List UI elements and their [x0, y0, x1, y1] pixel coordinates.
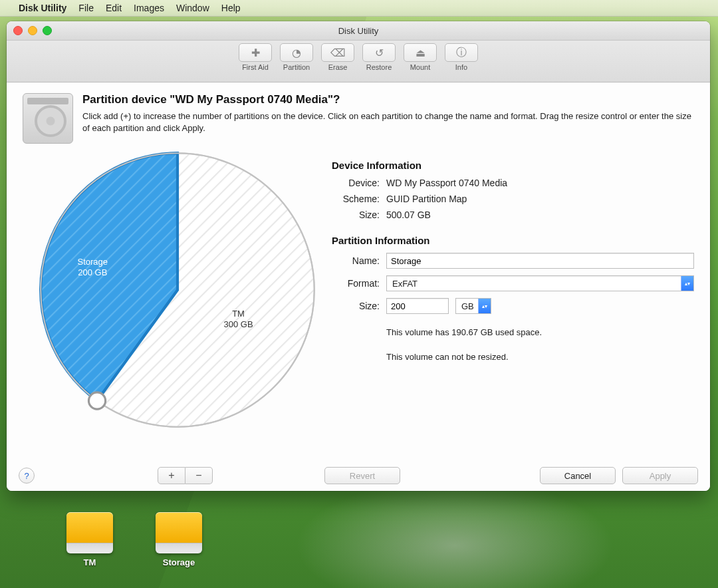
- info-icon: ⓘ: [456, 46, 467, 60]
- revert-button[interactable]: Revert: [324, 467, 400, 484]
- stethoscope-icon: ✚: [251, 47, 260, 59]
- dialog-heading: Partition device "WD My Passport 0740 Me…: [82, 93, 694, 106]
- apply-button[interactable]: Apply: [622, 467, 698, 484]
- device-size-value: 500.07 GB: [386, 210, 431, 220]
- partition-info-heading: Partition Information: [332, 235, 694, 246]
- pie-icon: ◔: [292, 47, 301, 59]
- toolbar-restore[interactable]: ↺ Restore: [360, 43, 398, 71]
- toolbar-first-aid[interactable]: ✚ First Aid: [237, 43, 274, 71]
- chevron-updown-icon: ▴▾: [478, 299, 491, 313]
- cancel-button[interactable]: Cancel: [540, 467, 616, 484]
- dialog-button-bar: ? + − Revert Cancel Apply: [7, 460, 710, 491]
- dialog-content: Partition device "WD My Passport 0740 Me…: [7, 82, 710, 491]
- desktop-drive-storage[interactable]: Storage: [156, 512, 202, 567]
- menubar: Disk Utility File Edit Images Window Hel…: [0, 0, 718, 17]
- scheme-value: GUID Partition Map: [386, 194, 467, 204]
- restore-icon: ↺: [375, 47, 384, 59]
- zoom-window-button[interactable]: [43, 26, 52, 35]
- help-button[interactable]: ?: [19, 468, 35, 484]
- partition-size-input[interactable]: [386, 298, 449, 314]
- menubar-app-name[interactable]: Disk Utility: [19, 3, 66, 13]
- partition-size-unit-select[interactable]: GB ▴▾: [455, 298, 491, 314]
- menubar-item-help[interactable]: Help: [221, 3, 241, 13]
- partition-format-label: Format:: [332, 278, 380, 289]
- minimize-window-button[interactable]: [28, 26, 37, 35]
- device-value: WD My Passport 0740 Media: [386, 178, 507, 188]
- toolbar-mount[interactable]: ⏏ Mount: [402, 43, 439, 71]
- used-space-note: This volume has 190.67 GB used space.: [386, 327, 694, 337]
- device-info-heading: Device Information: [332, 160, 694, 171]
- device-size-label: Size:: [332, 210, 380, 220]
- dialog-instructions: Click add (+) to increase the number of …: [82, 110, 694, 134]
- partition-size-label: Size:: [332, 301, 380, 311]
- partition-pie-chart[interactable]: Storage 200 GB TM 300 GB: [38, 150, 317, 430]
- device-label: Device:: [332, 178, 380, 188]
- traffic-lights: [13, 26, 52, 35]
- cannot-resize-note: This volume can not be resized.: [386, 352, 694, 362]
- desktop-drive-icons: TM Storage: [66, 512, 202, 567]
- partition-name-input[interactable]: [386, 253, 694, 269]
- resize-handle[interactable]: [88, 392, 105, 409]
- desktop-drive-tm[interactable]: TM: [66, 512, 113, 567]
- close-window-button[interactable]: [13, 26, 23, 35]
- external-drive-icon: [156, 512, 202, 553]
- add-partition-button[interactable]: +: [158, 467, 185, 484]
- menubar-item-file[interactable]: File: [78, 3, 94, 13]
- partition-format-select[interactable]: ExFAT ▴▾: [386, 275, 694, 291]
- window-titlebar[interactable]: Disk Utility: [7, 21, 710, 41]
- disk-utility-window: Disk Utility ✚ First Aid ◔ Partition ⌫ E…: [7, 21, 710, 491]
- toolbar-info[interactable]: ⓘ Info: [443, 43, 480, 71]
- scheme-label: Scheme:: [332, 194, 380, 204]
- toolbar-partition[interactable]: ◔ Partition: [278, 43, 315, 71]
- toolbar: ✚ First Aid ◔ Partition ⌫ Erase ↺ Restor…: [7, 41, 710, 82]
- partition-name-label: Name:: [332, 255, 380, 266]
- hard-disk-icon: [23, 93, 73, 144]
- menubar-item-images[interactable]: Images: [134, 3, 164, 13]
- mount-icon: ⏏: [416, 47, 425, 59]
- erase-icon: ⌫: [330, 47, 346, 59]
- window-title: Disk Utility: [338, 26, 379, 36]
- menubar-item-window[interactable]: Window: [176, 3, 209, 13]
- chevron-updown-icon: ▴▾: [681, 276, 693, 291]
- external-drive-icon: [66, 512, 113, 553]
- remove-partition-button[interactable]: −: [185, 467, 213, 484]
- toolbar-erase[interactable]: ⌫ Erase: [319, 43, 356, 71]
- menubar-item-edit[interactable]: Edit: [106, 3, 122, 13]
